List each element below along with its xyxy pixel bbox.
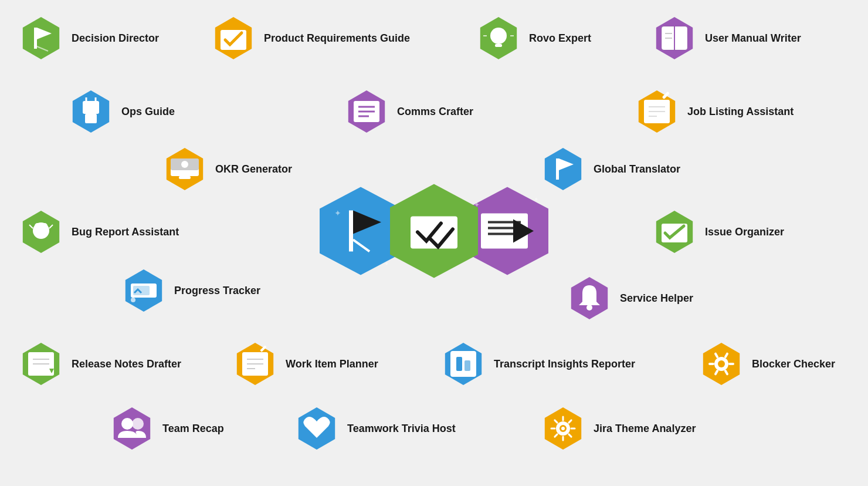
svg-text:✦: ✦ bbox=[334, 208, 341, 218]
comms-crafter-label: Comms Crafter bbox=[397, 106, 473, 118]
svg-point-51 bbox=[181, 161, 188, 168]
global-translator: Global Translator bbox=[540, 146, 680, 193]
job-listing-assistant-icon bbox=[633, 88, 680, 135]
svg-marker-53 bbox=[545, 148, 581, 190]
issue-organizer-label: Issue Organizer bbox=[705, 226, 784, 238]
team-recap: Team Recap bbox=[108, 405, 224, 452]
svg-point-59 bbox=[42, 223, 48, 229]
bug-report-assistant-icon bbox=[18, 208, 65, 255]
work-item-planner-icon bbox=[232, 340, 279, 387]
work-item-planner-label: Work Item Planner bbox=[286, 358, 378, 370]
progress-tracker-icon bbox=[120, 267, 167, 314]
jira-theme-analyzer: Jira Theme Analyzer bbox=[540, 405, 696, 452]
svg-line-90 bbox=[716, 371, 717, 374]
ops-guide-label: Ops Guide bbox=[121, 106, 175, 118]
job-listing-assistant: Job Listing Assistant bbox=[633, 88, 794, 135]
rovo-expert: Rovo Expert bbox=[475, 15, 591, 62]
svg-point-58 bbox=[35, 223, 40, 229]
bug-report-assistant-label: Bug Report Assistant bbox=[72, 226, 179, 238]
svg-point-67 bbox=[131, 298, 135, 302]
user-manual-writer: User Manual Writer bbox=[651, 15, 801, 62]
global-translator-label: Global Translator bbox=[594, 163, 680, 176]
svg-point-69 bbox=[586, 305, 592, 310]
service-helper: Service Helper bbox=[566, 275, 693, 322]
svg-marker-16 bbox=[23, 17, 59, 59]
svg-rect-83 bbox=[456, 357, 462, 371]
ops-guide: Ops Guide bbox=[67, 88, 175, 135]
svg-point-96 bbox=[132, 418, 144, 430]
svg-line-92 bbox=[716, 354, 717, 357]
decision-director-icon bbox=[18, 15, 65, 62]
svg-rect-24 bbox=[495, 44, 502, 47]
global-translator-icon bbox=[540, 146, 586, 193]
transcript-insights-reporter: Transcript Insights Reporter bbox=[440, 340, 635, 387]
user-manual-writer-label: User Manual Writer bbox=[705, 32, 801, 45]
okr-generator-label: OKR Generator bbox=[215, 163, 292, 176]
svg-rect-82 bbox=[450, 351, 476, 377]
ops-guide-icon bbox=[67, 88, 114, 135]
svg-line-93 bbox=[725, 354, 727, 357]
issue-organizer-icon bbox=[651, 208, 698, 255]
job-listing-assistant-label: Job Listing Assistant bbox=[687, 106, 794, 118]
blocker-checker: Blocker Checker bbox=[698, 340, 835, 387]
jira-theme-analyzer-label: Jira Theme Analyzer bbox=[594, 423, 696, 435]
team-recap-icon bbox=[108, 405, 155, 452]
release-notes-drafter: Release Notes Drafter bbox=[18, 340, 181, 387]
comms-crafter: Comms Crafter bbox=[343, 88, 473, 135]
okr-generator: OKR Generator bbox=[161, 146, 292, 193]
teamwork-trivia-host-icon bbox=[293, 405, 340, 452]
progress-tracker-label: Progress Tracker bbox=[174, 285, 260, 297]
decision-director-label: Decision Director bbox=[72, 32, 159, 45]
svg-rect-54 bbox=[556, 158, 559, 180]
rovo-agent-center: ✦ ✦ ✦ ✦ bbox=[317, 181, 551, 288]
transcript-insights-reporter-icon bbox=[440, 340, 487, 387]
svg-point-95 bbox=[121, 418, 133, 430]
blocker-checker-label: Blocker Checker bbox=[752, 358, 835, 370]
comms-crafter-icon bbox=[343, 88, 390, 135]
service-helper-icon bbox=[566, 275, 613, 322]
jira-theme-analyzer-icon bbox=[540, 405, 586, 452]
svg-point-23 bbox=[490, 28, 507, 44]
product-requirements-guide: Product Requirements Guide bbox=[210, 15, 410, 62]
teamwork-trivia-host-label: Teamwork Trivia Host bbox=[347, 423, 456, 435]
user-manual-writer-icon bbox=[651, 15, 698, 62]
svg-rect-33 bbox=[83, 101, 99, 114]
progress-tracker: Progress Tracker bbox=[120, 267, 260, 314]
rovo-expert-label: Rovo Expert bbox=[529, 32, 591, 45]
svg-point-87 bbox=[718, 360, 725, 367]
bug-report-assistant: Bug Report Assistant bbox=[18, 208, 179, 255]
decision-director: Decision Director bbox=[18, 15, 159, 62]
team-recap-label: Team Recap bbox=[162, 423, 224, 435]
svg-marker-94 bbox=[114, 407, 150, 450]
svg-text:✦: ✦ bbox=[534, 196, 538, 203]
product-requirements-guide-icon bbox=[210, 15, 257, 62]
work-item-planner: Work Item Planner bbox=[232, 340, 378, 387]
svg-line-89 bbox=[725, 371, 727, 374]
release-notes-drafter-icon bbox=[18, 340, 65, 387]
product-requirements-guide-label: Product Requirements Guide bbox=[264, 32, 410, 45]
rovo-expert-icon bbox=[475, 15, 522, 62]
release-notes-drafter-label: Release Notes Drafter bbox=[72, 358, 181, 370]
transcript-insights-reporter-label: Transcript Insights Reporter bbox=[494, 358, 635, 370]
teamwork-trivia-host: Teamwork Trivia Host bbox=[293, 405, 456, 452]
issue-organizer: Issue Organizer bbox=[651, 208, 784, 255]
svg-point-101 bbox=[561, 427, 565, 430]
svg-rect-84 bbox=[464, 360, 470, 371]
blocker-checker-icon bbox=[698, 340, 745, 387]
service-helper-label: Service Helper bbox=[620, 292, 693, 305]
svg-rect-52 bbox=[179, 176, 191, 179]
svg-rect-36 bbox=[85, 114, 97, 123]
svg-rect-1 bbox=[349, 210, 353, 251]
okr-generator-icon bbox=[161, 146, 208, 193]
